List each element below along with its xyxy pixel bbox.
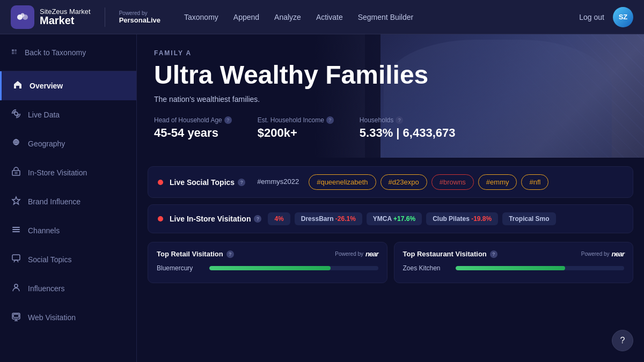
brand-influence-icon [11, 196, 21, 208]
logo-area: SiteZeus Market Market Powered by Person… [11, 5, 160, 29]
nav-append[interactable]: Append [233, 13, 259, 21]
svg-rect-14 [12, 229, 20, 230]
info-icon-households[interactable]: ? [396, 116, 403, 124]
stat-age: Head of Household Age ? 45-54 years [154, 116, 232, 140]
restaurant-powered-badge: Powered by near [581, 250, 624, 258]
family-description: The nation's wealthiest families. [154, 95, 627, 104]
sidebar-item-web-visitation[interactable]: Web Visitation [0, 303, 136, 332]
tag-emmys2022[interactable]: #emmys2022 [252, 174, 304, 190]
social-topics-icon [11, 254, 21, 265]
sidebar-item-channels[interactable]: Channels [0, 216, 136, 245]
store-tag-ymca[interactable]: YMCA +17.6% [367, 212, 422, 225]
store-tag-dressbarn[interactable]: DressBarn -26.1% [295, 212, 362, 225]
sidebar-item-label: Influencers [28, 284, 64, 293]
sidebar-item-label: Brand Influence [28, 197, 80, 206]
svg-rect-4 [14, 49, 17, 51]
info-icon-age[interactable]: ? [224, 116, 232, 124]
svg-rect-3 [12, 49, 14, 51]
back-icon [11, 47, 19, 58]
powered-by-area: Powered by PersonaLive [119, 10, 160, 24]
sidebar-item-geography[interactable]: Geography [0, 129, 136, 158]
retail-card-header: Top Retail Visitation ? Powered by near [157, 250, 378, 258]
cards-section: Live Social Topics ? #emmys2022 #queenel… [137, 158, 644, 242]
bar-bluemercury: Bluemercury [157, 264, 378, 272]
sidebar-item-instore[interactable]: In-Store Visitation [0, 158, 136, 187]
stat-age-label: Head of Household Age ? [154, 116, 232, 124]
logo-market-label: Market [40, 15, 91, 26]
restaurant-card-header: Top Restaurant Visitation ? Powered by n… [403, 250, 625, 258]
live-social-label: Live Social Topics ? [170, 178, 245, 187]
restaurant-card-title: Top Restaurant Visitation ? [403, 250, 497, 258]
stat-income-value: $200k+ [258, 126, 334, 140]
near-logo-retail: near [365, 250, 378, 258]
nav-analyze[interactable]: Analyze [274, 13, 301, 21]
info-icon-restaurant[interactable]: ? [490, 250, 497, 258]
hero-section: FAMILY A Ultra Wealthy Families The nati… [137, 34, 644, 158]
hero-content: FAMILY A Ultra Wealthy Families The nati… [137, 34, 644, 155]
sidebar-item-social-topics[interactable]: Social Topics [0, 245, 136, 274]
svg-rect-11 [15, 172, 17, 174]
stat-households: Households ? 5.33% | 6,433,673 [360, 116, 456, 140]
home-icon [12, 80, 23, 92]
tag-emmy[interactable]: #emmy [478, 174, 517, 190]
stats-row: Head of Household Age ? 45-54 years Est.… [154, 116, 627, 140]
logo-text: SiteZeus Market Market [40, 8, 91, 26]
svg-rect-5 [12, 52, 14, 54]
bar-fill [209, 266, 331, 270]
info-icon-instore[interactable]: ? [254, 215, 261, 223]
top-nav: SiteZeus Market Market Powered by Person… [0, 0, 644, 34]
sidebar-item-overview[interactable]: Overview [0, 71, 136, 100]
tag-queenelizabeth[interactable]: #queenelizabeth [309, 174, 376, 190]
svg-point-17 [14, 284, 18, 287]
top-restaurant-card: Top Restaurant Visitation ? Powered by n… [394, 242, 634, 283]
tag-nfl[interactable]: #nfl [521, 174, 548, 190]
svg-point-7 [14, 112, 18, 115]
nav-activate[interactable]: Activate [316, 13, 343, 21]
bar-track [456, 266, 625, 270]
info-icon-income[interactable]: ? [326, 116, 334, 124]
tag-browns[interactable]: #browns [431, 174, 474, 190]
instore-icon [11, 167, 21, 179]
store-tag-pct[interactable]: 4% [268, 212, 290, 225]
live-dot [158, 180, 163, 185]
near-logo-restaurant: near [612, 250, 624, 258]
channels-icon [11, 225, 21, 237]
bar-zoes-kitchen: Zoes Kitchen [403, 264, 625, 272]
nav-links: Taxonomy Append Analyze Activate Segment… [184, 13, 579, 21]
persona-live-label: PersonaLive [119, 16, 160, 24]
tags-scroll: #emmys2022 #queenelizabeth #d23expo #bro… [252, 174, 623, 190]
nav-segment-builder[interactable]: Segment Builder [358, 13, 414, 21]
retail-card-title: Top Retail Visitation ? [157, 250, 234, 258]
sidebar-item-influencers[interactable]: Influencers [0, 274, 136, 303]
info-icon-social[interactable]: ? [238, 179, 245, 186]
geography-icon [11, 138, 21, 150]
back-to-taxonomy-button[interactable]: Back to Taxonomy [0, 34, 136, 71]
help-button[interactable]: ? [612, 330, 633, 351]
tag-d23expo[interactable]: #d23expo [380, 174, 427, 190]
live-instore-label: Live In-Store Visitation ? [170, 215, 261, 223]
sidebar-item-live-data[interactable]: Live Data [0, 100, 136, 129]
sidebar-item-label: In-Store Visitation [28, 168, 87, 177]
svg-rect-13 [12, 227, 20, 228]
sidebar-item-brand-influence[interactable]: Brand Influence [0, 187, 136, 216]
svg-rect-16 [12, 255, 20, 260]
bar-fill [456, 266, 565, 270]
influencers-icon [11, 283, 21, 294]
main-content: FAMILY A Ultra Wealthy Families The nati… [137, 34, 644, 362]
info-icon-retail[interactable]: ? [226, 250, 234, 258]
live-social-card: Live Social Topics ? #emmys2022 #queenel… [148, 166, 633, 198]
svg-rect-15 [12, 231, 20, 232]
nav-taxonomy[interactable]: Taxonomy [184, 13, 218, 21]
sidebar: Back to Taxonomy Overview Live Data [0, 34, 137, 362]
store-tag-clubpilates[interactable]: Club Pilates -19.8% [426, 212, 498, 225]
bar-track [209, 266, 378, 270]
family-title: Ultra Wealthy Families [154, 61, 627, 90]
nav-right: Log out SZ [579, 7, 633, 27]
svg-rect-19 [13, 314, 19, 317]
logout-button[interactable]: Log out [579, 13, 604, 21]
live-dot-instore [158, 216, 163, 221]
back-label: Back to Taxonomy [25, 48, 86, 57]
sidebar-item-label: Live Data [28, 110, 60, 119]
store-tag-tropical[interactable]: Tropical Smo [502, 212, 555, 225]
retail-powered-badge: Powered by near [335, 250, 378, 258]
